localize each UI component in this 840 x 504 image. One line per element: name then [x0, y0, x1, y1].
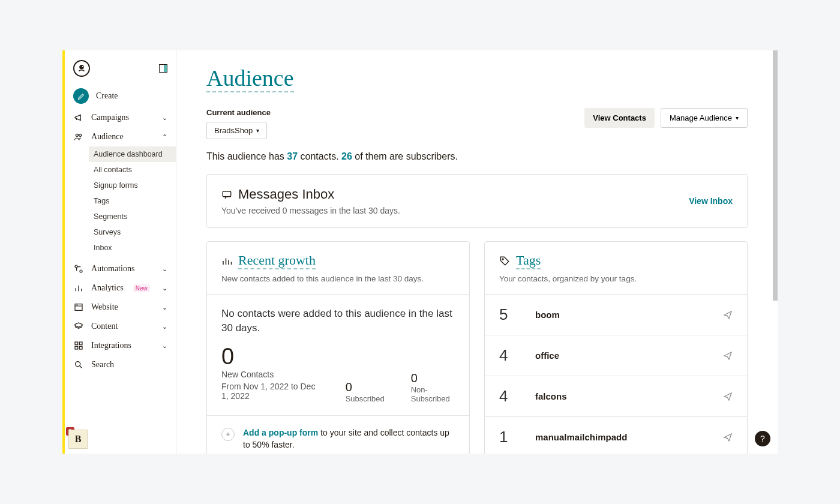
- subscribed-value: 0: [346, 380, 385, 394]
- nav-campaigns[interactable]: Campaigns ⌄: [65, 108, 176, 127]
- new-contacts-value: 0: [221, 344, 319, 370]
- audience-select-value: BradsShop: [214, 126, 253, 135]
- svg-point-5: [80, 270, 82, 272]
- tag-count: 1: [499, 428, 535, 446]
- scrollbar[interactable]: [773, 50, 778, 301]
- tag-row[interactable]: 5 boom: [485, 294, 747, 335]
- chevron-down-icon: ⌄: [162, 342, 167, 350]
- current-audience-label: Current audience: [206, 108, 271, 117]
- subscribers-count[interactable]: 26: [341, 151, 352, 161]
- account-avatar[interactable]: B: [68, 430, 88, 449]
- svg-rect-8: [79, 342, 82, 345]
- tag-count: 4: [499, 346, 535, 365]
- nav-audience-dashboard[interactable]: Audience dashboard: [89, 146, 176, 162]
- manage-audience-label: Manage Audience: [670, 113, 732, 122]
- growth-empty-text: No contacts were added to this audience …: [221, 307, 455, 335]
- sidebar-top: [65, 55, 176, 84]
- audience-summary: This audience has 37 contacts. 26 of the…: [206, 151, 748, 162]
- tag-name: boom: [535, 310, 560, 320]
- send-icon[interactable]: [723, 310, 733, 320]
- inbox-title: Messages Inbox: [238, 187, 334, 202]
- nonsubscribed-label: Non-Subscribed: [411, 385, 455, 403]
- send-icon[interactable]: [723, 351, 733, 361]
- tag-icon: [499, 256, 510, 266]
- analytics-icon: [73, 283, 84, 293]
- automations-icon: [73, 263, 84, 274]
- send-icon[interactable]: [723, 433, 733, 442]
- pencil-icon: [73, 88, 89, 104]
- chevron-down-icon: ⌄: [162, 284, 167, 292]
- nav-analytics[interactable]: Analytics New ⌄: [65, 278, 176, 298]
- view-contacts-button[interactable]: View Contacts: [584, 108, 655, 128]
- tag-name: office: [535, 350, 559, 361]
- website-icon: [73, 302, 84, 313]
- nav-signup-forms[interactable]: Signup forms: [89, 178, 176, 193]
- send-icon[interactable]: [723, 392, 733, 401]
- collapse-panel-icon[interactable]: [159, 64, 167, 73]
- nav-website[interactable]: Website ⌄: [65, 298, 176, 317]
- nav-integrations-label: Integrations: [91, 341, 131, 350]
- main-pane: Audience Current audience BradsShop ▾ Vi…: [176, 50, 778, 454]
- svg-rect-12: [223, 191, 231, 197]
- chevron-down-icon: ▾: [256, 127, 259, 134]
- nav-tags[interactable]: Tags: [89, 193, 176, 209]
- logo-icon[interactable]: [73, 60, 90, 77]
- tag-row[interactable]: 1 manualmailchimpadd: [485, 416, 747, 454]
- inbox-icon: [221, 189, 232, 200]
- summary-mid: contacts.: [298, 151, 341, 161]
- chevron-down-icon: ⌄: [162, 114, 167, 122]
- recent-growth-card: Recent growth New contacts added to this…: [206, 241, 470, 454]
- svg-rect-10: [79, 346, 82, 349]
- nav-create[interactable]: Create: [65, 84, 176, 108]
- new-badge: New: [133, 284, 150, 292]
- svg-rect-9: [75, 346, 78, 349]
- nav-all-contacts[interactable]: All contacts: [89, 162, 176, 178]
- view-inbox-link[interactable]: View Inbox: [689, 196, 733, 206]
- help-button[interactable]: ?: [755, 431, 770, 446]
- tag-row[interactable]: 4 falcons: [485, 376, 747, 416]
- inbox-title-row: Messages Inbox: [221, 187, 400, 202]
- nav-surveys[interactable]: Surveys: [89, 224, 176, 240]
- manage-audience-button[interactable]: Manage Audience ▾: [661, 108, 748, 128]
- chevron-down-icon: ▾: [736, 115, 739, 121]
- nav-automations[interactable]: Automations ⌄: [65, 259, 176, 278]
- nav-inbox[interactable]: Inbox: [89, 240, 176, 256]
- nav-campaigns-label: Campaigns: [91, 113, 129, 122]
- chevron-down-icon: ⌄: [162, 304, 167, 311]
- svg-rect-6: [75, 304, 82, 311]
- growth-date-range: From Nov 1, 2022 to Dec 1, 2022: [221, 382, 319, 401]
- svg-point-0: [79, 65, 84, 70]
- nav-audience[interactable]: Audience ⌃: [65, 127, 176, 146]
- chevron-down-icon: ⌄: [162, 323, 167, 331]
- nav-integrations[interactable]: Integrations ⌄: [65, 336, 176, 355]
- nav-website-label: Website: [91, 302, 118, 312]
- nav-content[interactable]: Content ⌄: [65, 317, 176, 336]
- tag-row[interactable]: 4 office: [485, 335, 747, 376]
- app-shell: Create Campaigns ⌄ Audience ⌃ Audience d…: [62, 50, 778, 454]
- tags-subtitle: Your contacts, organized by your tags.: [499, 274, 733, 283]
- tags-title[interactable]: Tags: [516, 253, 541, 269]
- contacts-count[interactable]: 37: [287, 151, 298, 161]
- megaphone-icon: [73, 112, 84, 123]
- nav-search[interactable]: Search: [65, 355, 176, 374]
- summary-suffix: of them are subscribers.: [352, 151, 458, 161]
- growth-title[interactable]: Recent growth: [238, 253, 316, 269]
- nav-automations-label: Automations: [91, 264, 134, 274]
- nav-segments[interactable]: Segments: [89, 209, 176, 224]
- audience-select[interactable]: BradsShop ▾: [206, 122, 267, 139]
- svg-point-3: [79, 134, 82, 136]
- nav-content-label: Content: [91, 322, 118, 331]
- tag-count: 4: [499, 387, 535, 406]
- svg-point-11: [76, 362, 80, 367]
- chevron-down-icon: ⌄: [162, 265, 167, 273]
- add-popup-form-link[interactable]: Add a pop-up form: [243, 428, 318, 437]
- search-icon: [73, 359, 84, 370]
- plus-icon[interactable]: +: [221, 428, 235, 441]
- tags-card: Tags Your contacts, organized by your ta…: [484, 241, 748, 454]
- nav-create-label: Create: [96, 91, 118, 101]
- chevron-up-icon: ⌃: [162, 133, 167, 141]
- summary-prefix: This audience has: [206, 151, 287, 161]
- popup-suggestion: + Add a pop-up form to your site and col…: [207, 416, 469, 454]
- nav-search-label: Search: [91, 360, 114, 370]
- page-title: Audience: [206, 65, 294, 92]
